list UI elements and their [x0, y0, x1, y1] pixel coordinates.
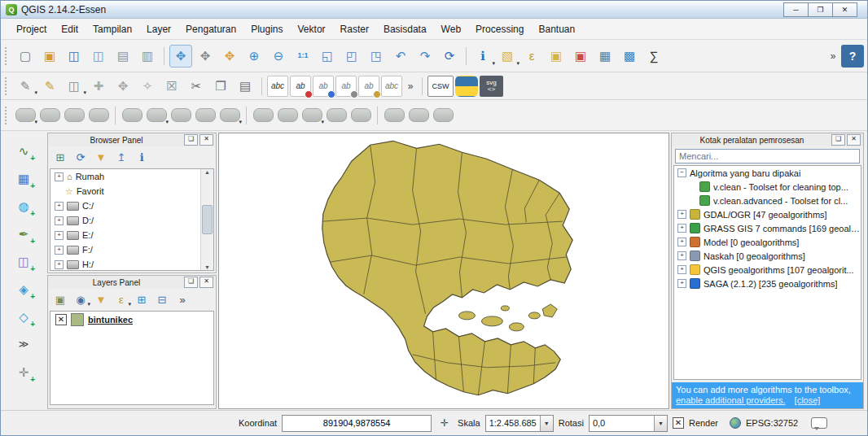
expand-icon[interactable]: +: [55, 231, 64, 240]
plugin-tool-08-button[interactable]: [194, 105, 217, 126]
delete-selected-button[interactable]: ☒: [160, 76, 183, 97]
expand-icon[interactable]: +: [677, 251, 686, 260]
menu-tampilan[interactable]: Tampilan: [85, 20, 139, 38]
zoom-to-layer-button[interactable]: ◳: [365, 45, 388, 68]
remove-selection-button[interactable]: ▣: [569, 45, 592, 68]
mouse-extent-toggle-icon[interactable]: ✛: [436, 415, 453, 431]
minimize-button[interactable]: ─: [783, 2, 809, 17]
filter-legend-button[interactable]: ▼: [93, 291, 109, 307]
plugin-tool-05-button[interactable]: [121, 105, 143, 126]
collapse-all-layers-button[interactable]: ⊟: [154, 291, 170, 307]
refresh-map-button[interactable]: ⟳: [438, 45, 461, 68]
open-project-button[interactable]: ▣: [38, 45, 61, 68]
menu-pengaturan[interactable]: Pengaturan: [178, 20, 243, 38]
select-by-expression-button[interactable]: ε: [520, 45, 543, 68]
close-button[interactable]: ✕: [832, 2, 857, 17]
layers-float-button[interactable]: ❏: [184, 277, 198, 288]
zoom-to-selection-button[interactable]: ◰: [340, 45, 363, 68]
scroll-down-icon[interactable]: ▼: [204, 264, 210, 270]
add-feature-button[interactable]: ✚: [87, 76, 110, 97]
label-move-button[interactable]: ab: [358, 76, 379, 97]
toolbox-recent-group[interactable]: −Algoritma yang baru dipakai: [674, 166, 861, 180]
plugin-tool-10-button[interactable]: [252, 105, 274, 126]
filter-by-expression-button[interactable]: ε▾: [113, 291, 129, 307]
move-feature-button[interactable]: ✥: [112, 76, 134, 97]
browser-item-f[interactable]: +F:/: [50, 242, 213, 257]
layer-checkbox[interactable]: ✕: [55, 314, 67, 325]
layers-overflow-chevron[interactable]: »: [174, 291, 191, 307]
expand-icon[interactable]: +: [55, 202, 64, 211]
epsg-status-button[interactable]: EPSG:32752: [746, 418, 798, 428]
expand-icon[interactable]: +: [677, 238, 686, 246]
deselect-features-button[interactable]: ▣: [545, 45, 568, 68]
new-print-composer-button[interactable]: ▤: [112, 45, 134, 68]
menu-edit[interactable]: Edit: [54, 20, 85, 38]
coordinate-input[interactable]: [282, 415, 432, 432]
add-vector-layer-button[interactable]: ∿+: [12, 139, 35, 162]
toolbox-gdal-group[interactable]: +GDAL/OGR [47 geoalgorithms]: [674, 207, 861, 221]
label-diagram-button[interactable]: ab: [290, 76, 311, 97]
identify-features-button[interactable]: ℹ▾: [471, 45, 494, 68]
expand-icon[interactable]: +: [677, 224, 686, 233]
touch-zoom-pan-button[interactable]: ✥: [169, 45, 192, 68]
copy-features-button[interactable]: ❐: [209, 76, 232, 97]
layer-row[interactable]: ✕bintunikec: [50, 312, 213, 328]
menu-processing[interactable]: Processing: [468, 20, 531, 38]
add-wms-layer-button[interactable]: ◈+: [12, 277, 35, 300]
zoom-native-button[interactable]: 1:1: [292, 45, 314, 68]
python-console-button[interactable]: [455, 76, 478, 97]
zoom-full-button[interactable]: ◱: [316, 45, 339, 68]
plugin-tool-02-button[interactable]: [38, 105, 61, 126]
toolbox-search-input[interactable]: [675, 149, 860, 164]
expand-icon[interactable]: +: [677, 210, 686, 219]
add-mssql-layer-button[interactable]: ◫+: [12, 250, 35, 272]
menu-basisdata[interactable]: Basisdata: [376, 20, 434, 38]
collapse-icon[interactable]: −: [677, 168, 686, 177]
collapse-all-button[interactable]: ↥: [113, 149, 129, 165]
rotation-dropdown-icon[interactable]: ▼: [654, 416, 667, 431]
toggle-editing-button[interactable]: ✎: [38, 76, 61, 97]
add-spatialite-layer-button[interactable]: ✒+: [12, 222, 35, 245]
close-notice-link[interactable]: [close]: [795, 395, 821, 405]
browser-float-button[interactable]: ❏: [184, 134, 198, 146]
add-postgis-layer-button[interactable]: ◍+: [12, 194, 35, 217]
restore-button[interactable]: ❐: [808, 2, 833, 17]
zoom-next-button[interactable]: ↷: [414, 45, 436, 68]
menu-plugins[interactable]: Plugins: [243, 20, 290, 38]
zoom-out-button[interactable]: ⊖: [267, 45, 290, 68]
plugin-tool-13-button[interactable]: [325, 105, 348, 126]
svg-annotation-button[interactable]: svg<>: [480, 76, 503, 97]
plugin-tool-04-button[interactable]: [87, 105, 110, 126]
scrollbar-thumb[interactable]: [202, 205, 213, 234]
add-group-button[interactable]: ▣: [52, 291, 68, 307]
toolbox-model-group[interactable]: +Model [0 geoalgorithms]: [674, 235, 861, 249]
plugin-tool-14-button[interactable]: [349, 105, 372, 126]
save-layer-edits-button[interactable]: ◫▾: [63, 76, 85, 97]
expand-all-button[interactable]: ⊞: [134, 291, 150, 307]
field-calculator-button[interactable]: ▩: [618, 45, 641, 68]
help-button[interactable]: ?: [841, 45, 864, 68]
browser-close-button[interactable]: ✕: [199, 134, 213, 146]
expand-icon[interactable]: +: [55, 260, 64, 269]
expand-icon[interactable]: +: [55, 246, 64, 255]
plugin-tool-03-button[interactable]: [63, 105, 85, 126]
add-delimited-text-layer-button[interactable]: ◇+: [12, 305, 35, 328]
composer-manager-button[interactable]: ▥: [136, 45, 159, 68]
toolbar1-overflow-chevron[interactable]: »: [826, 45, 840, 68]
current-edits-button[interactable]: ✎▾: [14, 76, 37, 97]
new-project-button[interactable]: ▢: [14, 45, 37, 68]
plugin-tool-09-button[interactable]: ▾: [218, 105, 241, 126]
properties-widget-button[interactable]: ℹ: [134, 149, 150, 165]
open-attribute-table-button[interactable]: ▦: [594, 45, 616, 68]
paste-features-button[interactable]: ▤: [234, 76, 256, 97]
scale-dropdown-icon[interactable]: ▼: [540, 416, 553, 431]
toolbox-close-button[interactable]: ✕: [847, 134, 861, 146]
menu-project[interactable]: Project: [9, 20, 54, 38]
layer-labeling-button[interactable]: abc: [267, 76, 288, 97]
plugin-tool-16-button[interactable]: [407, 105, 430, 126]
plugin-tool-07-button[interactable]: [169, 105, 192, 126]
node-tool-button[interactable]: ✧: [136, 76, 159, 97]
menu-bantuan[interactable]: Bantuan: [531, 20, 582, 38]
browser-item-h[interactable]: +H:/: [50, 257, 213, 271]
save-project-button[interactable]: ◫: [63, 45, 85, 68]
